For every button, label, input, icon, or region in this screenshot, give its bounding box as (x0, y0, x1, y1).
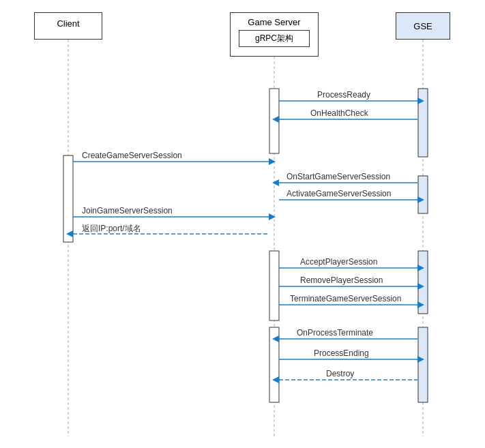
svg-marker-30 (417, 301, 424, 308)
svg-rect-9 (269, 327, 279, 402)
actor-client-label: Client (57, 18, 79, 29)
svg-rect-8 (418, 251, 428, 314)
actor-gameserver-sublabel: gRPC架构 (239, 30, 310, 47)
msg2-label: OnHealthCheck (310, 108, 368, 118)
svg-marker-26 (417, 265, 424, 271)
actor-gameserver: Game Server gRPC架构 (230, 12, 319, 57)
msg5-label: ActivateGameServerSession (286, 189, 391, 198)
msg9-label: RemovePlayerSession (300, 275, 383, 285)
svg-rect-7 (269, 251, 279, 320)
actor-gameserver-label: Game Server (239, 17, 310, 27)
actor-client: Client (34, 12, 102, 40)
msg4-label: OnStartGameServerSession (286, 172, 390, 181)
svg-marker-18 (272, 179, 279, 186)
svg-marker-24 (66, 230, 73, 237)
msg12-label: ProcessEnding (314, 348, 369, 358)
msg3-label: CreateGameServerSession (82, 151, 182, 160)
svg-marker-28 (417, 283, 424, 290)
msg7-label: 返回IP:port/域名 (82, 223, 141, 235)
actor-gse: GSE (396, 12, 450, 40)
msg1-label: ProcessReady (317, 90, 370, 100)
actor-gse-label: GSE (413, 21, 432, 31)
msg10-label: TerminateGameServerSession (290, 294, 401, 303)
svg-marker-20 (417, 196, 424, 203)
svg-rect-6 (418, 176, 428, 213)
svg-rect-5 (63, 155, 73, 242)
svg-marker-14 (272, 116, 279, 123)
svg-marker-12 (417, 98, 424, 104)
svg-marker-16 (269, 158, 276, 165)
svg-rect-10 (418, 327, 428, 402)
svg-rect-4 (418, 89, 428, 157)
svg-rect-3 (269, 89, 279, 153)
svg-marker-22 (269, 213, 276, 220)
svg-marker-32 (272, 335, 279, 342)
svg-marker-34 (417, 356, 424, 363)
msg6-label: JoinGameServerSession (82, 206, 173, 215)
arrows-svg (0, 0, 485, 448)
msg11-label: OnProcessTerminate (297, 328, 373, 338)
svg-marker-36 (272, 376, 279, 383)
msg13-label: Destroy (326, 369, 354, 378)
msg8-label: AcceptPlayerSession (300, 257, 377, 267)
sequence-diagram: Client Game Server gRPC架构 GSE (0, 0, 485, 448)
